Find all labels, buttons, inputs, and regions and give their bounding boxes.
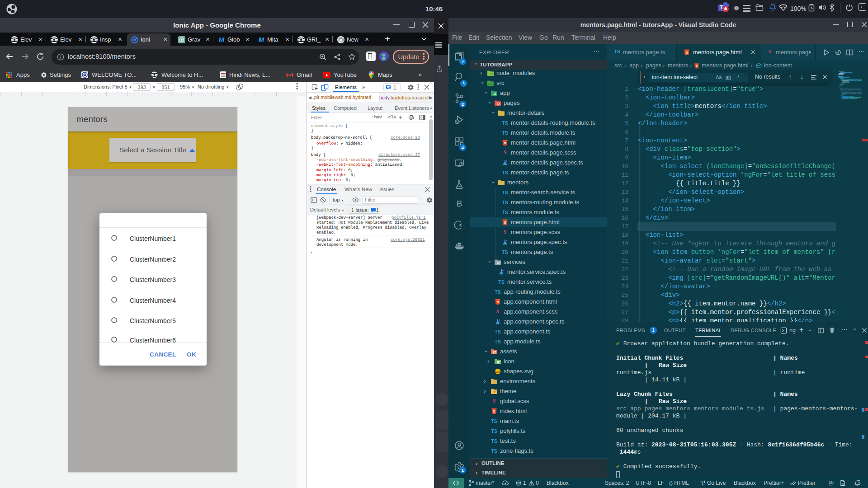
- svg-text:n: n: [491, 73, 492, 75]
- svg-text:SVG: SVG: [495, 370, 500, 373]
- svg-text:5: 5: [493, 409, 495, 413]
- svg-text:5: 5: [504, 141, 506, 145]
- svg-text:5: 5: [686, 51, 688, 55]
- svg-text:</>: </>: [488, 82, 494, 86]
- svg-text:5: 5: [504, 220, 506, 224]
- svg-text:5: 5: [497, 300, 499, 304]
- svg-text:5: 5: [696, 64, 698, 67]
